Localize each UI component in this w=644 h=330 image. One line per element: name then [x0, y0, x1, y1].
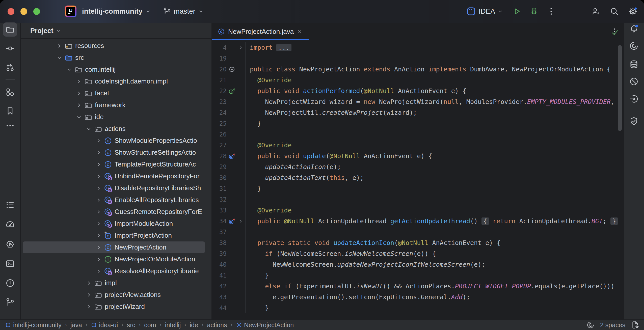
tree-item-DisableRepositoryLibrariesSh[interactable]: CDisableRepositoryLibrariesSh [23, 182, 205, 194]
tree-item-impl[interactable]: impl [23, 277, 205, 289]
tree-item-projectWizard[interactable]: projectWizard [23, 301, 205, 313]
chevron-collapsed-icon[interactable] [94, 161, 103, 168]
tree-item-com.intellij[interactable]: com.intellij [23, 64, 205, 75]
override-marker-icon[interactable] [227, 217, 237, 225]
tree-item-UnbindRemoteRepositoryFor[interactable]: CUnbindRemoteRepositoryFor [23, 170, 205, 182]
tree-item-facet[interactable]: facet [23, 87, 205, 99]
project-tree[interactable]: resourcessrccom.intellijcodeInsight.daem… [21, 40, 211, 320]
tree-item-EnableAllRepositoryLibraries[interactable]: CEnableAllRepositoryLibraries [23, 194, 205, 206]
tree-item-ImportModuleAction[interactable]: CImportModuleAction [23, 218, 205, 230]
notifications-icon[interactable] [627, 22, 641, 36]
fold-chevron-icon[interactable] [237, 45, 244, 50]
chevron-collapsed-icon[interactable] [94, 244, 103, 251]
project-icon[interactable] [3, 22, 17, 37]
project-panel-header[interactable]: Project [21, 23, 211, 39]
chevron-collapsed-icon[interactable] [94, 221, 103, 227]
tree-item-NewProjectOrModuleAction[interactable]: INewProjectOrModuleAction [23, 253, 205, 265]
chevron-collapsed-icon[interactable] [85, 280, 93, 286]
version-control-icon[interactable] [3, 295, 17, 309]
tree-item-actions[interactable]: actions [23, 123, 205, 135]
structure-icon[interactable] [3, 85, 17, 99]
close-window-button[interactable] [8, 8, 14, 15]
breadcrumb-item-actions[interactable]: actions [207, 321, 227, 329]
settings-button[interactable] [626, 4, 640, 18]
override-marker-icon[interactable] [227, 87, 237, 95]
chevron-collapsed-icon[interactable] [94, 268, 103, 274]
coverage-icon[interactable] [627, 92, 641, 106]
chevron-collapsed-icon[interactable] [94, 197, 103, 203]
ai-swirl-icon[interactable] [586, 321, 595, 329]
tree-item-ShowModulePropertiesActio[interactable]: CShowModulePropertiesActio [23, 135, 205, 147]
tree-item-ResolveAllRepositoryLibrarie[interactable]: CResolveAllRepositoryLibrarie [23, 265, 205, 277]
chevron-expanded-icon[interactable] [65, 67, 73, 73]
project-widget[interactable]: intellij-community [82, 7, 151, 15]
chevron-collapsed-icon[interactable] [94, 150, 103, 156]
search-everywhere-button[interactable] [607, 4, 621, 18]
code-with-me-button[interactable] [588, 4, 603, 18]
fold-chevron-icon[interactable] [237, 218, 244, 224]
implemented-marker-icon[interactable] [227, 66, 237, 73]
chevron-collapsed-icon[interactable] [94, 138, 103, 144]
debug-button-button[interactable] [527, 4, 541, 18]
tree-item-GuessRemoteRepositoryForE[interactable]: CGuessRemoteRepositoryForE [23, 206, 205, 218]
tree-item-src[interactable]: src [23, 52, 205, 64]
terminal-icon[interactable] [3, 257, 17, 271]
tree-item-codeInsight.daemon.impl[interactable]: codeInsight.daemon.impl [23, 75, 205, 87]
chevron-collapsed-icon[interactable] [94, 209, 103, 215]
todo-icon[interactable] [3, 198, 17, 212]
chevron-collapsed-icon[interactable] [94, 173, 103, 179]
commit-icon[interactable] [3, 41, 17, 56]
run-configuration-widget[interactable]: IDEA [466, 6, 503, 16]
chevron-collapsed-icon[interactable] [85, 304, 93, 310]
chevron-collapsed-icon[interactable] [94, 185, 103, 191]
chevron-collapsed-icon[interactable] [85, 292, 93, 298]
indent-setting[interactable]: 2 spaces [600, 321, 625, 329]
no-entry-icon[interactable] [627, 74, 641, 89]
tree-item-framework[interactable]: framework [23, 99, 205, 111]
chevron-collapsed-icon[interactable] [94, 256, 103, 262]
breadcrumb-item-intellij-community[interactable]: intellij-community [5, 321, 62, 329]
tree-item-ImportProjectAction[interactable]: CImportProjectAction [23, 230, 205, 241]
file-settings-icon[interactable] [631, 321, 639, 329]
tree-item-TemplateProjectStructureAc[interactable]: CTemplateProjectStructureAc [23, 158, 205, 170]
tree-item-projectView.actions[interactable]: projectView.actions [23, 289, 205, 301]
tree-item-ShowStructureSettingsActio[interactable]: CShowStructureSettingsActio [23, 147, 205, 158]
chevron-expanded-icon[interactable] [85, 126, 93, 132]
breadcrumb-item-com[interactable]: com [144, 321, 156, 329]
chevron-expanded-icon[interactable] [55, 55, 64, 61]
inspections-ok-icon[interactable] [611, 29, 619, 37]
pull-requests-icon[interactable] [3, 60, 17, 74]
bookmarks-icon[interactable] [3, 104, 17, 118]
override-marker-icon[interactable] [227, 152, 237, 160]
chevron-collapsed-icon[interactable] [75, 90, 83, 96]
chevron-collapsed-icon[interactable] [75, 78, 83, 85]
chevron-expanded-icon[interactable] [75, 114, 83, 120]
branch-widget[interactable]: master [163, 7, 204, 16]
problems-icon[interactable] [3, 276, 17, 290]
editor-tab[interactable]: C NewProjectAction.java [212, 23, 309, 40]
security-shield-icon[interactable] [627, 114, 641, 128]
editor-scrollbar[interactable] [618, 45, 622, 131]
profiler-icon[interactable] [3, 217, 17, 232]
more-actions-button[interactable] [544, 4, 558, 18]
breadcrumb-item-NewProjectAction[interactable]: CNewProjectAction [236, 321, 294, 329]
breadcrumb-item-idea-ui[interactable]: idea-ui [91, 321, 118, 329]
breadcrumb-item-java[interactable]: java [70, 321, 82, 329]
chevron-collapsed-icon[interactable] [75, 102, 83, 108]
tree-item-NewProjectAction[interactable]: CNewProjectAction [23, 241, 205, 253]
chevron-collapsed-icon[interactable] [94, 233, 103, 239]
zoom-window-button[interactable] [33, 8, 40, 15]
chevron-collapsed-icon[interactable] [55, 43, 64, 49]
breadcrumb-item-ide[interactable]: ide [190, 321, 198, 329]
code-editor[interactable]: 4import ...1920public class NewProjectAc… [212, 40, 624, 320]
more-tool-windows-icon[interactable] [3, 119, 17, 133]
tree-item-ide[interactable]: ide [23, 111, 205, 123]
run-button-button[interactable] [510, 4, 524, 18]
close-icon[interactable] [297, 29, 303, 35]
breadcrumb-item-src[interactable]: src [127, 321, 135, 329]
ai-assistant-icon[interactable] [627, 39, 641, 53]
breadcrumb-item-intellij[interactable]: intellij [165, 321, 181, 329]
tree-item-resources[interactable]: resources [23, 40, 205, 52]
database-icon[interactable] [627, 57, 641, 71]
services-icon[interactable] [3, 237, 17, 251]
